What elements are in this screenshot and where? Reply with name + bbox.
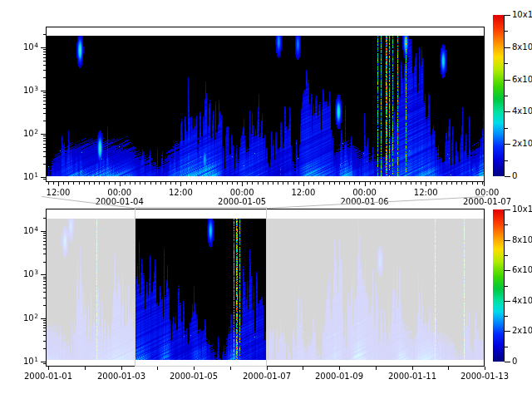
detail-x-minor-tick — [283, 182, 283, 185]
overview-y-tick-label: 104 — [11, 226, 38, 236]
overview-colorbar-tick — [505, 331, 510, 332]
overview-x-tick-label: 2000-01-07 — [234, 372, 300, 381]
detail-x-minor-tick — [115, 182, 116, 185]
overview-y-minor-tick — [43, 244, 46, 245]
detail-x-minor-tick — [53, 182, 54, 185]
detail-y-tick-label: 101 — [11, 172, 38, 182]
detail-colorbar-minor-tick — [505, 63, 508, 64]
detail-x-minor-tick — [288, 182, 288, 185]
overview-x-tick — [376, 367, 377, 370]
detail-y-minor-tick — [43, 144, 46, 145]
detail-x-minor-tick — [406, 182, 406, 185]
detail-y-tick — [41, 47, 46, 48]
detail-y-minor-tick — [43, 156, 46, 157]
overview-y-minor-tick — [43, 320, 46, 321]
overview-colorbar-minor-tick — [505, 347, 508, 347]
detail-x-minor-tick — [79, 182, 80, 185]
overview-x-tick-label: 2000-01-13 — [451, 372, 518, 381]
overview-y-minor-tick — [43, 341, 46, 342]
detail-x-minor-tick — [252, 182, 253, 185]
overview-y-minor-tick — [43, 281, 46, 282]
overview-x-tick — [448, 367, 449, 370]
overview-y-minor-tick — [43, 233, 46, 234]
detail-x-minor-tick — [48, 182, 49, 185]
overview-colorbar-tick-label: 8x107 — [512, 235, 532, 245]
detail-x-minor-tick — [278, 182, 278, 185]
detail-y-minor-tick — [43, 108, 46, 109]
detail-x-minor-tick — [196, 182, 197, 185]
detail-y-minor-tick — [43, 70, 46, 71]
detail-x-minor-tick — [201, 182, 202, 185]
detail-x-minor-tick — [472, 182, 473, 185]
detail-y-minor-tick — [43, 164, 46, 165]
detail-colorbar-tick — [505, 15, 510, 16]
detail-x-date-label: 2000-01-04 — [91, 197, 149, 206]
detail-spectrogram-canvas[interactable] — [47, 36, 484, 176]
overview-y-minor-tick — [43, 335, 46, 336]
overview-y-minor-tick — [43, 325, 46, 326]
detail-y-minor-tick — [43, 77, 46, 78]
detail-x-tick — [242, 182, 243, 186]
overview-colorbar — [493, 209, 505, 362]
overview-x-tick — [48, 367, 49, 370]
detail-x-tick — [120, 182, 121, 186]
overview-y-tick — [41, 362, 46, 362]
detail-x-tick — [365, 182, 366, 186]
detail-colorbar-minor-tick — [505, 160, 508, 161]
detail-colorbar-tick-label: 0 — [512, 171, 517, 180]
detail-x-tick-label: 12:00 — [33, 188, 83, 197]
overview-y-minor-tick — [43, 235, 46, 236]
overview-y-minor-tick — [43, 292, 46, 293]
detail-x-minor-tick — [456, 182, 457, 185]
overview-colorbar-minor-tick — [505, 224, 508, 225]
detail-x-date-label: 2000-01-05 — [213, 197, 271, 206]
detail-x-minor-tick — [370, 182, 371, 185]
overview-y-tick-label: 103 — [11, 269, 38, 279]
detail-x-minor-tick — [135, 182, 135, 185]
detail-colorbar-tick — [505, 176, 510, 177]
detail-x-minor-tick — [395, 182, 396, 185]
overview-y-minor-tick — [43, 262, 46, 263]
detail-x-minor-tick — [84, 182, 85, 185]
detail-y-tick — [41, 177, 46, 178]
detail-x-tick — [303, 182, 304, 186]
detail-x-minor-tick — [216, 182, 217, 185]
overview-y-minor-tick — [43, 348, 46, 349]
overview-y-minor-tick — [43, 218, 46, 219]
detail-y-minor-tick — [43, 49, 46, 50]
detail-x-tick-label: 12:00 — [155, 188, 205, 197]
detail-x-minor-tick — [186, 182, 187, 185]
overview-y-tick — [41, 318, 46, 319]
detail-x-tick — [58, 182, 59, 186]
detail-x-minor-tick — [451, 182, 452, 185]
overview-y-minor-tick — [43, 305, 46, 306]
detail-y-minor-tick — [43, 101, 46, 101]
detail-x-minor-tick — [175, 182, 176, 185]
detail-x-minor-tick — [477, 182, 478, 185]
detail-x-minor-tick — [313, 182, 314, 185]
detail-x-minor-tick — [446, 182, 447, 185]
overview-colorbar-tick — [505, 270, 510, 271]
detail-x-minor-tick — [293, 182, 294, 185]
detail-x-minor-tick — [68, 182, 69, 185]
detail-y-minor-tick — [43, 147, 46, 148]
spectrogram-figure: 10410310210110x1078x1076x1074x1072x10701… — [0, 0, 532, 399]
detail-y-tick — [41, 91, 46, 91]
detail-x-minor-tick — [140, 182, 140, 185]
detail-x-minor-tick — [211, 182, 212, 185]
detail-colorbar-minor-tick — [505, 96, 508, 96]
detail-x-minor-tick — [441, 182, 442, 185]
detail-colorbar-tick-label: 6x107 — [512, 75, 532, 85]
detail-y-minor-tick — [43, 151, 46, 152]
detail-y-minor-tick — [43, 121, 46, 121]
overview-y-minor-tick — [43, 363, 46, 364]
detail-colorbar — [493, 15, 505, 176]
detail-colorbar-tick — [505, 111, 510, 112]
detail-x-minor-tick — [268, 182, 268, 185]
detail-colorbar-tick — [505, 80, 510, 81]
detail-x-minor-tick — [150, 182, 151, 185]
overview-x-tick — [230, 367, 231, 370]
overview-x-tick-label: 2000-01-03 — [88, 372, 155, 381]
detail-colorbar-minor-tick — [505, 31, 508, 32]
detail-x-minor-tick — [160, 182, 161, 185]
